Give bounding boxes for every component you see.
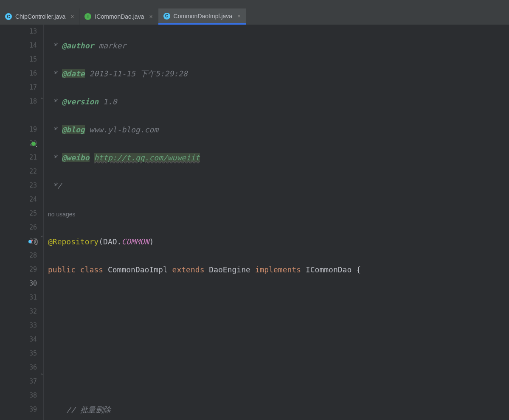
tab-icommondao[interactable]: I ICommonDao.java ×: [79, 8, 158, 25]
doc-comment: *: [48, 153, 62, 162]
doc-tag: @blog: [62, 125, 85, 134]
doc-tag: @version: [62, 97, 99, 106]
doc-tag: @date: [62, 69, 85, 78]
doc-value: marker: [94, 41, 126, 50]
code-editor[interactable]: 13 14 15 16 17 18 19 20 21 22 23 24 25 2…: [0, 25, 509, 420]
usages-hint[interactable]: no usages: [48, 211, 76, 218]
java-class-icon: C: [163, 13, 170, 20]
tab-label: ChipController.java: [15, 13, 65, 20]
java-class-icon: C: [5, 13, 12, 20]
doc-comment: *: [48, 41, 62, 50]
doc-tag: @weibo: [62, 153, 90, 162]
doc-url[interactable]: http://t.qq.com/wuweiit: [94, 153, 200, 162]
class-ref: DAO.: [103, 237, 121, 246]
svg-point-0: [31, 142, 36, 146]
close-icon[interactable]: ×: [149, 13, 152, 20]
doc-comment: *: [48, 125, 62, 134]
static-field: COMMON: [121, 237, 149, 246]
java-interface-icon: I: [84, 13, 91, 20]
keyword: extends: [172, 265, 209, 274]
interface-ref: ICommonDao: [306, 265, 356, 274]
code-content[interactable]: * @author marker * @date 2013-11-15 下午5:…: [44, 25, 509, 420]
fold-end-icon[interactable]: ⌃: [39, 97, 45, 102]
tab-commondaoimpl[interactable]: C CommonDaoImpl.java ×: [158, 8, 247, 25]
superclass: DaoEngine: [209, 265, 255, 274]
doc-comment: *: [48, 97, 62, 106]
doc-value: 1.0: [98, 97, 117, 106]
tab-chipcontroller[interactable]: C ChipController.java ×: [0, 8, 79, 25]
keyword: public: [48, 265, 80, 274]
doc-value: www.yl-blog.com: [85, 125, 158, 134]
at-icon: @: [34, 235, 38, 249]
doc-value: 2013-11-15 下午5:29:28: [85, 69, 188, 78]
fold-end-icon[interactable]: ⌃: [39, 372, 45, 378]
annotation: @Repository: [48, 237, 98, 246]
tab-label: ICommonDao.java: [95, 13, 144, 20]
editor-tabs: C ChipController.java × I ICommonDao.jav…: [0, 8, 509, 25]
doc-tag: @author: [62, 41, 94, 50]
doc-comment-end: */: [48, 181, 62, 190]
doc-comment: *: [48, 69, 62, 78]
close-icon[interactable]: ×: [70, 13, 74, 20]
fold-gutter: ⌃ ⌄ ⌃: [40, 25, 44, 420]
keyword: implements: [255, 265, 306, 274]
line-gutter: 13 14 15 16 17 18 19 20 21 22 23 24 25 2…: [0, 25, 40, 420]
fold-start-icon[interactable]: ⌄: [39, 232, 45, 238]
close-icon[interactable]: ×: [237, 13, 241, 20]
line-comment: // 批量删除: [48, 405, 111, 414]
override-icon[interactable]: [28, 239, 33, 244]
title-bar: [0, 0, 509, 8]
keyword: class: [80, 265, 108, 274]
run-gutter-icon[interactable]: [31, 140, 38, 147]
tab-label: CommonDaoImpl.java: [174, 13, 233, 20]
class-name: CommonDaoImpl: [108, 265, 172, 274]
